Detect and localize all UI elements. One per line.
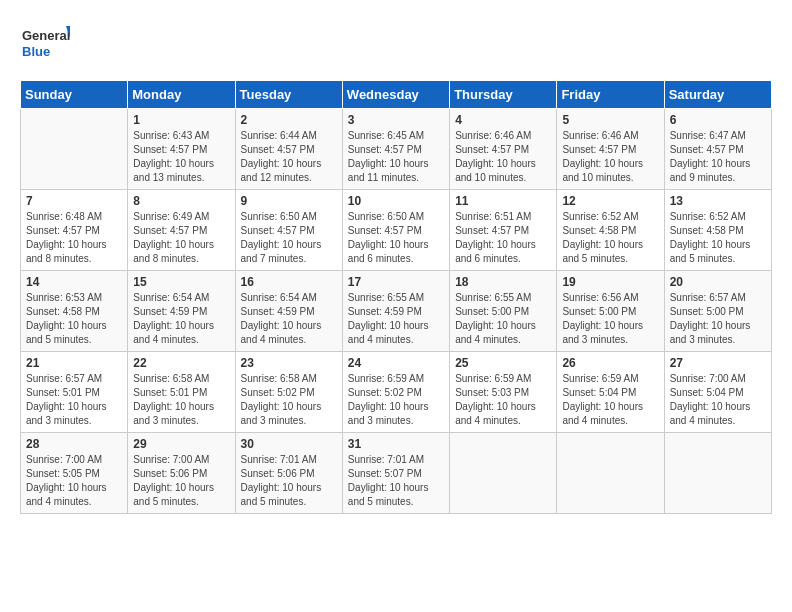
calendar-day-cell: 18Sunrise: 6:55 AM Sunset: 5:00 PM Dayli… [450,271,557,352]
calendar-day-cell: 22Sunrise: 6:58 AM Sunset: 5:01 PM Dayli… [128,352,235,433]
day-info: Sunrise: 6:56 AM Sunset: 5:00 PM Dayligh… [562,291,658,347]
calendar-week-row: 21Sunrise: 6:57 AM Sunset: 5:01 PM Dayli… [21,352,772,433]
calendar-day-header: Wednesday [342,81,449,109]
day-number: 8 [133,194,229,208]
day-number: 19 [562,275,658,289]
day-number: 10 [348,194,444,208]
day-info: Sunrise: 7:01 AM Sunset: 5:06 PM Dayligh… [241,453,337,509]
calendar-week-row: 14Sunrise: 6:53 AM Sunset: 4:58 PM Dayli… [21,271,772,352]
calendar-day-cell: 19Sunrise: 6:56 AM Sunset: 5:00 PM Dayli… [557,271,664,352]
calendar-day-cell: 17Sunrise: 6:55 AM Sunset: 4:59 PM Dayli… [342,271,449,352]
day-number: 26 [562,356,658,370]
day-info: Sunrise: 6:53 AM Sunset: 4:58 PM Dayligh… [26,291,122,347]
day-number: 2 [241,113,337,127]
calendar-day-cell: 16Sunrise: 6:54 AM Sunset: 4:59 PM Dayli… [235,271,342,352]
day-info: Sunrise: 6:59 AM Sunset: 5:02 PM Dayligh… [348,372,444,428]
day-info: Sunrise: 6:57 AM Sunset: 5:00 PM Dayligh… [670,291,766,347]
day-info: Sunrise: 6:55 AM Sunset: 5:00 PM Dayligh… [455,291,551,347]
calendar-day-header: Saturday [664,81,771,109]
day-info: Sunrise: 6:51 AM Sunset: 4:57 PM Dayligh… [455,210,551,266]
day-number: 5 [562,113,658,127]
svg-text:Blue: Blue [22,44,50,59]
calendar-day-cell: 26Sunrise: 6:59 AM Sunset: 5:04 PM Dayli… [557,352,664,433]
day-info: Sunrise: 6:58 AM Sunset: 5:02 PM Dayligh… [241,372,337,428]
day-number: 29 [133,437,229,451]
calendar-day-cell: 2Sunrise: 6:44 AM Sunset: 4:57 PM Daylig… [235,109,342,190]
calendar-day-cell: 6Sunrise: 6:47 AM Sunset: 4:57 PM Daylig… [664,109,771,190]
calendar-day-cell: 11Sunrise: 6:51 AM Sunset: 4:57 PM Dayli… [450,190,557,271]
day-info: Sunrise: 6:52 AM Sunset: 4:58 PM Dayligh… [670,210,766,266]
calendar-day-cell: 30Sunrise: 7:01 AM Sunset: 5:06 PM Dayli… [235,433,342,514]
logo: General Blue [20,20,70,70]
calendar-day-cell [21,109,128,190]
calendar-day-cell: 28Sunrise: 7:00 AM Sunset: 5:05 PM Dayli… [21,433,128,514]
day-number: 21 [26,356,122,370]
day-info: Sunrise: 6:57 AM Sunset: 5:01 PM Dayligh… [26,372,122,428]
calendar-day-cell: 27Sunrise: 7:00 AM Sunset: 5:04 PM Dayli… [664,352,771,433]
day-number: 6 [670,113,766,127]
calendar-day-cell: 23Sunrise: 6:58 AM Sunset: 5:02 PM Dayli… [235,352,342,433]
day-number: 23 [241,356,337,370]
svg-text:General: General [22,28,70,43]
day-info: Sunrise: 6:43 AM Sunset: 4:57 PM Dayligh… [133,129,229,185]
calendar-day-cell: 21Sunrise: 6:57 AM Sunset: 5:01 PM Dayli… [21,352,128,433]
day-info: Sunrise: 6:54 AM Sunset: 4:59 PM Dayligh… [133,291,229,347]
calendar-day-cell: 24Sunrise: 6:59 AM Sunset: 5:02 PM Dayli… [342,352,449,433]
calendar-week-row: 1Sunrise: 6:43 AM Sunset: 4:57 PM Daylig… [21,109,772,190]
day-info: Sunrise: 6:59 AM Sunset: 5:04 PM Dayligh… [562,372,658,428]
day-number: 14 [26,275,122,289]
day-info: Sunrise: 7:00 AM Sunset: 5:04 PM Dayligh… [670,372,766,428]
calendar-day-cell: 13Sunrise: 6:52 AM Sunset: 4:58 PM Dayli… [664,190,771,271]
day-number: 22 [133,356,229,370]
day-number: 3 [348,113,444,127]
day-number: 28 [26,437,122,451]
calendar-day-cell: 20Sunrise: 6:57 AM Sunset: 5:00 PM Dayli… [664,271,771,352]
calendar-day-cell: 9Sunrise: 6:50 AM Sunset: 4:57 PM Daylig… [235,190,342,271]
calendar-day-header: Sunday [21,81,128,109]
day-number: 9 [241,194,337,208]
calendar-day-cell: 7Sunrise: 6:48 AM Sunset: 4:57 PM Daylig… [21,190,128,271]
day-number: 20 [670,275,766,289]
day-number: 25 [455,356,551,370]
logo-svg: General Blue [20,20,70,70]
day-info: Sunrise: 6:52 AM Sunset: 4:58 PM Dayligh… [562,210,658,266]
calendar-day-cell: 8Sunrise: 6:49 AM Sunset: 4:57 PM Daylig… [128,190,235,271]
day-info: Sunrise: 6:55 AM Sunset: 4:59 PM Dayligh… [348,291,444,347]
day-number: 30 [241,437,337,451]
day-info: Sunrise: 6:50 AM Sunset: 4:57 PM Dayligh… [348,210,444,266]
day-info: Sunrise: 6:44 AM Sunset: 4:57 PM Dayligh… [241,129,337,185]
calendar-day-cell: 1Sunrise: 6:43 AM Sunset: 4:57 PM Daylig… [128,109,235,190]
day-number: 11 [455,194,551,208]
calendar-day-cell: 10Sunrise: 6:50 AM Sunset: 4:57 PM Dayli… [342,190,449,271]
day-number: 15 [133,275,229,289]
calendar-table: SundayMondayTuesdayWednesdayThursdayFrid… [20,80,772,514]
calendar-day-cell: 4Sunrise: 6:46 AM Sunset: 4:57 PM Daylig… [450,109,557,190]
calendar-day-cell [557,433,664,514]
day-info: Sunrise: 6:54 AM Sunset: 4:59 PM Dayligh… [241,291,337,347]
day-info: Sunrise: 6:58 AM Sunset: 5:01 PM Dayligh… [133,372,229,428]
calendar-day-header: Monday [128,81,235,109]
day-number: 24 [348,356,444,370]
day-info: Sunrise: 6:45 AM Sunset: 4:57 PM Dayligh… [348,129,444,185]
page-header: General Blue [20,20,772,70]
day-number: 18 [455,275,551,289]
calendar-day-cell: 5Sunrise: 6:46 AM Sunset: 4:57 PM Daylig… [557,109,664,190]
calendar-day-header: Tuesday [235,81,342,109]
day-info: Sunrise: 6:48 AM Sunset: 4:57 PM Dayligh… [26,210,122,266]
calendar-day-cell: 3Sunrise: 6:45 AM Sunset: 4:57 PM Daylig… [342,109,449,190]
day-info: Sunrise: 7:00 AM Sunset: 5:06 PM Dayligh… [133,453,229,509]
day-info: Sunrise: 6:59 AM Sunset: 5:03 PM Dayligh… [455,372,551,428]
calendar-day-cell: 25Sunrise: 6:59 AM Sunset: 5:03 PM Dayli… [450,352,557,433]
day-number: 1 [133,113,229,127]
day-number: 17 [348,275,444,289]
day-info: Sunrise: 6:46 AM Sunset: 4:57 PM Dayligh… [455,129,551,185]
day-info: Sunrise: 7:00 AM Sunset: 5:05 PM Dayligh… [26,453,122,509]
day-number: 13 [670,194,766,208]
calendar-day-cell: 31Sunrise: 7:01 AM Sunset: 5:07 PM Dayli… [342,433,449,514]
calendar-header-row: SundayMondayTuesdayWednesdayThursdayFrid… [21,81,772,109]
day-number: 7 [26,194,122,208]
day-info: Sunrise: 6:50 AM Sunset: 4:57 PM Dayligh… [241,210,337,266]
day-info: Sunrise: 7:01 AM Sunset: 5:07 PM Dayligh… [348,453,444,509]
calendar-day-cell [664,433,771,514]
calendar-day-cell: 14Sunrise: 6:53 AM Sunset: 4:58 PM Dayli… [21,271,128,352]
